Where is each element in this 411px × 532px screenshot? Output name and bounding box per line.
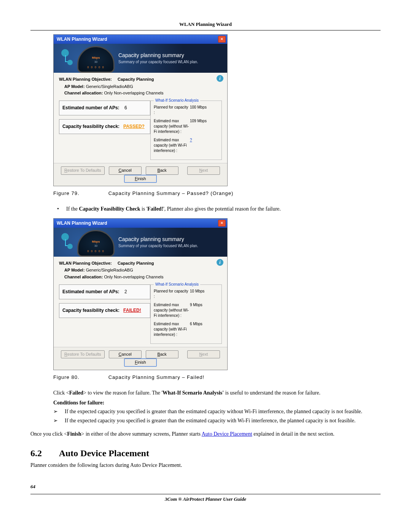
right-column: What-If Scenario Analysis Planned for ca… [150, 284, 222, 344]
footer-text: 3Com ® AirProtect Planner User Guide [30, 496, 381, 503]
estimated-label: Estimated number of APs: [62, 289, 119, 294]
left-column: Estimated number of APs: 2 Capacity feas… [59, 284, 150, 322]
banner-title-block: Capacity planning summary Summary of you… [118, 236, 198, 249]
estimated-value: 6 [124, 105, 127, 110]
click-failed-paragraph: Click <Failed> to view the reason for fa… [53, 389, 381, 397]
conditions-block: Conditions for failure: ➢ If the expecte… [53, 399, 381, 425]
button-bar: Restore To Defaults Cancel Back Next Fin… [54, 163, 227, 186]
wizard-window-passed: WLAN Planning Wizard × Mbps 30 0 0 0 0 0… [53, 34, 228, 186]
bullet-icon: • [57, 205, 66, 213]
whatif-row: Estimated max capacity (with Wi-Fi inter… [154, 137, 218, 153]
text-bold: Capacity Feasibility Check [79, 206, 140, 212]
info-icon[interactable]: i [217, 259, 223, 266]
section-intro: Planner considers the following factors … [30, 462, 381, 469]
node-icon [67, 60, 73, 65]
estmax-with-value[interactable]: ? [190, 137, 192, 153]
estimated-label: Estimated number of APs: [62, 105, 119, 110]
banner-title: Capacity planning summary [118, 236, 198, 243]
node-icon [67, 244, 73, 249]
estmax-no-value: 9 Mbps [190, 302, 202, 318]
estimated-aps-box: Estimated number of APs: 2 [59, 284, 150, 299]
once-paragraph: Once you click <Finish> in either of the… [30, 430, 381, 438]
apmodel-label: AP Model: [64, 268, 85, 272]
list-item: • If the Capacity Feasibility Check is '… [57, 205, 381, 213]
estmax-no-label: Estimated max capacity (without Wi-Fi in… [154, 118, 190, 134]
close-icon[interactable]: × [218, 220, 226, 227]
whatif-legend: What-If Scenario Analysis [154, 282, 200, 287]
page: WLAN Planning Wizard WLAN Planning Wizar… [0, 0, 411, 518]
finish-button[interactable]: Finish [124, 358, 157, 366]
apmodel-value: Generic/SingleRadioABG [86, 84, 133, 89]
whatif-row: Planned for capacity : 100 Mbps [154, 105, 218, 115]
wizard-body: i WLAN Planning Objective: Capacity Plan… [54, 257, 227, 347]
window-title: WLAN Planning Wizard [57, 36, 107, 43]
whatif-row: Estimated max capacity (without Wi-Fi in… [154, 302, 218, 318]
objective-line: WLAN Planning Objective: Capacity Planni… [59, 260, 222, 266]
feasibility-value[interactable]: FAILED! [123, 308, 141, 313]
feasibility-box: Capacity feasibility check: PASSED? [59, 119, 150, 134]
bullet-list: • If the Capacity Feasibility Check is '… [57, 205, 381, 213]
content-row: Estimated number of APs: 6 Capacity feas… [59, 101, 222, 160]
restore-button: Restore To Defaults [61, 166, 104, 174]
list-item: ➢ If the expected capacity you specified… [53, 417, 381, 425]
figure-80: WLAN Planning Wizard × Mbps 30 0 0 0 0 0… [53, 218, 381, 370]
apmodel-label: AP Model: [64, 84, 85, 89]
section-title-text: Auto Device Placement [59, 448, 149, 458]
text-bold: Finish [67, 431, 81, 437]
left-column: Estimated number of APs: 6 Capacity feas… [59, 101, 150, 138]
info-icon[interactable]: i [217, 75, 223, 82]
figure-79-caption: Figure 79. Capacity Planning Summary – P… [53, 190, 381, 197]
feasibility-box: Capacity feasibility check: FAILED! [59, 303, 150, 318]
text: is ' [140, 206, 147, 212]
planned-value: 10 Mbps [190, 289, 204, 299]
text: explained in detail in the next section. [252, 431, 335, 437]
whatif-legend: What-If Scenario Analysis [154, 98, 200, 103]
conditions-heading: Conditions for failure: [53, 400, 104, 406]
figure-80-caption: Figure 80. Capacity Planning Summary – F… [53, 374, 381, 381]
wizard-window-failed: WLAN Planning Wizard × Mbps 30 0 0 0 0 0… [53, 218, 228, 370]
whatif-row: Estimated max capacity (without Wi-Fi in… [154, 118, 218, 134]
estimated-value: 2 [124, 289, 127, 294]
channel-label: Channel allocation: [64, 91, 103, 95]
arrow-icon: ➢ [53, 408, 65, 415]
back-button[interactable]: Back [146, 350, 178, 358]
banner-graphic: Mbps 30 0 0 0 0 0 [54, 44, 118, 73]
gauge-label: Mbps [78, 240, 113, 244]
channel-line: Channel allocation: Only Non-overlapping… [64, 90, 222, 96]
figure-title: Capacity Planning Summary – Failed! [108, 374, 205, 380]
back-button[interactable]: Back [146, 166, 178, 174]
list-item: ➢ If the expected capacity you specified… [53, 408, 381, 415]
next-button: Next [187, 166, 220, 174]
channel-line: Channel allocation: Only Non-overlapping… [64, 274, 222, 280]
whatif-group: What-If Scenario Analysis Planned for ca… [150, 284, 222, 344]
planned-label: Planned for capacity : [154, 105, 190, 115]
gauge-odometer: 0 0 0 0 0 [78, 66, 113, 69]
estmax-with-label: Estimated max capacity (with Wi-Fi inter… [154, 137, 190, 153]
text: ', Planner also gives the potential reas… [163, 206, 280, 212]
auto-device-placement-link[interactable]: Auto Device Placement [202, 431, 252, 437]
running-header: WLAN Planning Wizard [30, 21, 381, 28]
bullet-text: If the Capacity Feasibility Check is 'Fa… [66, 205, 381, 213]
text: > in either of the above summary screens… [81, 431, 202, 437]
banner-subtitle: Summary of your capacity focused WLAN pl… [118, 243, 198, 249]
text: If the [66, 206, 79, 212]
banner: Mbps 30 0 0 0 0 0 Capacity planning summ… [54, 228, 227, 257]
figure-number: Figure 79. [53, 190, 107, 197]
apmodel-line: AP Model: Generic/SingleRadioABG [64, 84, 222, 89]
gauge-odometer: 0 0 0 0 0 [78, 249, 113, 253]
titlebar: WLAN Planning Wizard × [54, 35, 227, 44]
feasibility-label: Capacity feasibility check: [62, 124, 119, 129]
section-heading: 6.2 Auto Device Placement [30, 447, 381, 460]
figure-number: Figure 80. [53, 374, 107, 381]
close-icon[interactable]: × [218, 36, 226, 43]
cancel-button[interactable]: Cancel [109, 350, 142, 358]
footer-rule [30, 494, 381, 494]
cancel-button[interactable]: Cancel [109, 166, 142, 174]
whatif-group: What-If Scenario Analysis Planned for ca… [150, 101, 222, 160]
finish-button[interactable]: Finish [124, 175, 157, 183]
whatif-row: Estimated max capacity (with Wi-Fi inter… [154, 321, 218, 337]
gauge-icon: Mbps 30 0 0 0 0 0 [77, 230, 115, 257]
text-bold: Failed! [147, 206, 163, 212]
right-column: What-If Scenario Analysis Planned for ca… [150, 101, 222, 160]
feasibility-value[interactable]: PASSED? [123, 124, 145, 129]
